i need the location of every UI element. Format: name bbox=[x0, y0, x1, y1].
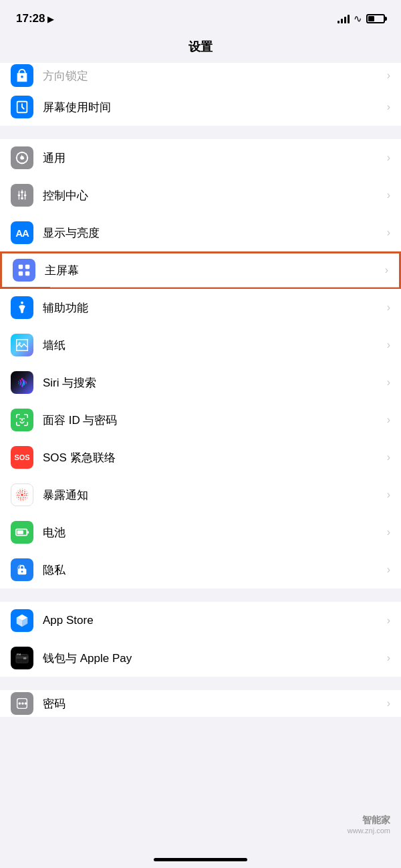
wallpaper-label: 墙纸 bbox=[43, 338, 382, 353]
svg-point-1 bbox=[20, 156, 24, 160]
list-item[interactable]: 屏幕使用时间 › bbox=[0, 88, 401, 126]
watermark-brand: 智能家 bbox=[348, 815, 390, 827]
accessibility-icon bbox=[11, 296, 33, 319]
list-item[interactable]: 墙纸 › bbox=[0, 326, 401, 364]
chevron-icon: › bbox=[387, 339, 390, 351]
list-item[interactable]: 电池 › bbox=[0, 514, 401, 551]
chevron-icon: › bbox=[387, 451, 390, 463]
home-indicator bbox=[154, 858, 247, 861]
settings-group-4: 密码 › bbox=[0, 690, 401, 717]
chevron-icon: › bbox=[387, 615, 390, 627]
group-gap-3 bbox=[0, 677, 401, 690]
siri-label: Siri 与搜索 bbox=[43, 375, 382, 391]
svg-point-28 bbox=[21, 570, 23, 572]
svg-point-16 bbox=[21, 302, 23, 304]
list-item[interactable]: VISA 钱包与 Apple Pay › bbox=[0, 639, 401, 677]
password-label: 密码 bbox=[43, 696, 382, 712]
wallpaper-icon bbox=[11, 334, 33, 356]
svg-rect-12 bbox=[19, 265, 23, 269]
screen-time-label: 屏幕使用时间 bbox=[43, 100, 382, 115]
exposure-label: 暴露通知 bbox=[43, 487, 382, 503]
chevron-icon: › bbox=[385, 264, 388, 276]
settings-group-top: 方向锁定 › 屏幕使用时间 › bbox=[0, 63, 401, 126]
privacy-label: 隐私 bbox=[43, 562, 382, 578]
chevron-icon: › bbox=[387, 227, 390, 239]
screen-time-icon bbox=[11, 96, 33, 118]
watermark: 智能家 www.znj.com bbox=[348, 815, 390, 835]
chevron-icon: › bbox=[387, 376, 390, 389]
list-item[interactable]: 方向锁定 › bbox=[0, 63, 401, 88]
general-label: 通用 bbox=[43, 150, 382, 166]
list-item[interactable]: 暴露通知 › bbox=[0, 476, 401, 514]
location-icon: ▶ bbox=[47, 14, 54, 24]
sos-icon: SOS bbox=[11, 446, 33, 469]
face-id-label: 面容 ID 与密码 bbox=[43, 413, 382, 428]
display-label: 显示与亮度 bbox=[43, 225, 382, 241]
svg-rect-31 bbox=[23, 657, 27, 659]
svg-point-21 bbox=[21, 494, 23, 496]
chevron-icon: › bbox=[387, 489, 390, 501]
accessibility-label: 辅助功能 bbox=[43, 300, 382, 316]
chevron-icon: › bbox=[387, 70, 390, 82]
siri-icon bbox=[11, 371, 33, 394]
settings-group-2: 通用 › 控制中心 › bbox=[0, 139, 401, 588]
chevron-icon: › bbox=[387, 414, 390, 426]
list-item[interactable]: 控制中心 › bbox=[0, 177, 401, 214]
svg-point-33 bbox=[19, 702, 21, 705]
battery-label: 电池 bbox=[43, 525, 382, 540]
list-item[interactable]: 面容 ID 与密码 › bbox=[0, 401, 401, 439]
group-gap bbox=[0, 126, 401, 139]
svg-point-3 bbox=[21, 191, 23, 194]
display-icon: AA bbox=[11, 221, 33, 244]
list-item[interactable]: SOS SOS 紧急联络 › bbox=[0, 439, 401, 476]
watermark-url: www.znj.com bbox=[348, 827, 390, 835]
svg-point-34 bbox=[21, 702, 24, 705]
svg-rect-13 bbox=[25, 265, 29, 269]
list-item[interactable]: 通用 › bbox=[0, 139, 401, 177]
list-item[interactable]: 主屏幕 › bbox=[0, 251, 401, 289]
svg-point-2 bbox=[18, 194, 21, 197]
chevron-icon: › bbox=[387, 564, 390, 576]
general-icon bbox=[11, 146, 33, 169]
exposure-icon bbox=[11, 483, 33, 506]
group-gap-2 bbox=[0, 588, 401, 602]
face-id-icon bbox=[11, 409, 33, 431]
sos-label: SOS 紧急联络 bbox=[43, 450, 382, 465]
list-item[interactable]: 隐私 › bbox=[0, 551, 401, 588]
chevron-icon: › bbox=[387, 152, 390, 164]
status-icons: ∿ bbox=[338, 13, 385, 25]
wallet-label: 钱包与 Apple Pay bbox=[43, 651, 382, 666]
home-screen-label: 主屏幕 bbox=[45, 263, 380, 278]
svg-point-5 bbox=[21, 197, 23, 200]
wallet-icon: VISA bbox=[11, 647, 33, 669]
control-center-label: 控制中心 bbox=[43, 188, 382, 203]
battery-status-icon bbox=[366, 14, 385, 23]
direction-lock-icon bbox=[11, 64, 33, 87]
chevron-icon: › bbox=[387, 697, 390, 710]
svg-rect-14 bbox=[19, 272, 23, 276]
battery-icon bbox=[11, 521, 33, 544]
privacy-icon bbox=[11, 558, 33, 581]
settings-group-3: App Store › VISA 钱包与 Apple Pay › bbox=[0, 602, 401, 677]
list-item[interactable]: 密码 › bbox=[0, 690, 401, 717]
svg-text:VISA: VISA bbox=[17, 653, 21, 656]
svg-point-4 bbox=[24, 194, 27, 197]
chevron-icon: › bbox=[387, 302, 390, 314]
password-icon bbox=[11, 692, 33, 715]
list-item[interactable]: App Store › bbox=[0, 602, 401, 639]
list-item[interactable]: AA 显示与亮度 › bbox=[0, 214, 401, 251]
chevron-icon: › bbox=[387, 526, 390, 538]
status-time: 17:28 bbox=[16, 12, 45, 25]
svg-rect-15 bbox=[25, 272, 29, 276]
appstore-icon bbox=[11, 609, 33, 632]
control-center-icon bbox=[11, 184, 33, 207]
appstore-label: App Store bbox=[43, 614, 382, 627]
page-title: 设置 bbox=[0, 33, 401, 63]
status-bar: 17:28 ▶ ∿ bbox=[0, 0, 401, 33]
list-item[interactable]: Siri 与搜索 › bbox=[0, 364, 401, 401]
wifi-icon: ∿ bbox=[354, 13, 362, 25]
svg-rect-26 bbox=[17, 530, 23, 534]
direction-lock-label: 方向锁定 bbox=[43, 68, 382, 84]
list-item[interactable]: 辅助功能 › bbox=[0, 289, 401, 326]
chevron-icon: › bbox=[387, 189, 390, 201]
